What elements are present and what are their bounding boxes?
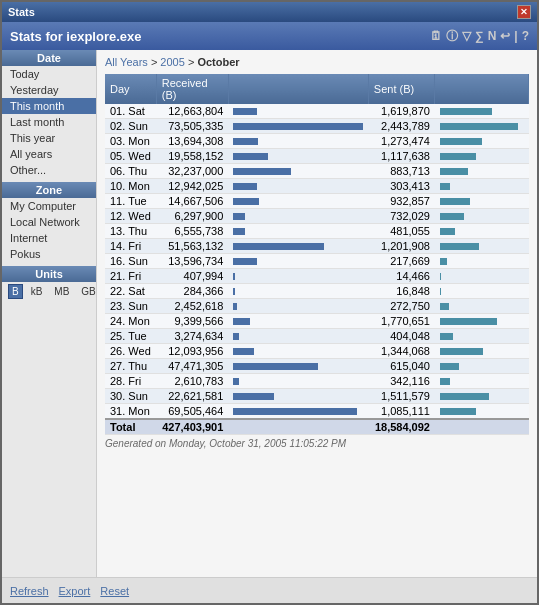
window-title: Stats	[8, 6, 35, 18]
rec-bar-cell	[228, 119, 368, 134]
sent-cell: 342,116	[368, 374, 435, 389]
sent-cell: 2,443,789	[368, 119, 435, 134]
sidebar-item-today[interactable]: Today	[2, 66, 96, 82]
rec-bar-cell	[228, 284, 368, 299]
received-cell: 6,297,900	[156, 209, 228, 224]
sent-bar-cell	[435, 119, 529, 134]
units-section-title: Units	[2, 266, 96, 282]
sum-icon[interactable]: ∑	[475, 29, 484, 43]
n-icon[interactable]: N	[488, 29, 497, 43]
content-area: All Years > 2005 > October Day Received …	[97, 50, 537, 577]
refresh-link[interactable]: Refresh	[10, 585, 49, 597]
table-row: 21. Fri 407,994 14,466	[105, 269, 529, 284]
received-cell: 19,558,152	[156, 149, 228, 164]
table-row: 06. Thu 32,237,000 883,713	[105, 164, 529, 179]
sent-cell: 14,466	[368, 269, 435, 284]
rec-bar-cell	[228, 374, 368, 389]
sent-cell: 615,040	[368, 359, 435, 374]
sidebar-item-mycomputer[interactable]: My Computer	[2, 198, 96, 214]
received-cell: 73,505,335	[156, 119, 228, 134]
received-cell: 32,237,000	[156, 164, 228, 179]
calendar-icon[interactable]: 🗓	[430, 29, 442, 43]
breadcrumb-allyears[interactable]: All Years	[105, 56, 148, 68]
sidebar: Date Today Yesterday This month Last mon…	[2, 50, 97, 577]
table-row: 03. Mon 13,694,308 1,273,474	[105, 134, 529, 149]
unit-mb[interactable]: MB	[50, 284, 73, 299]
day-cell: 30. Sun	[105, 389, 156, 404]
unit-kb[interactable]: kB	[27, 284, 47, 299]
day-cell: 23. Sun	[105, 299, 156, 314]
rec-bar-cell	[228, 149, 368, 164]
app-title: Stats for iexplore.exe	[10, 29, 142, 44]
day-cell: 13. Thu	[105, 224, 156, 239]
table-row: 13. Thu 6,555,738 481,055	[105, 224, 529, 239]
total-row: Total 427,403,901 18,584,092	[105, 419, 529, 435]
table-row: 12. Wed 6,297,900 732,029	[105, 209, 529, 224]
sidebar-item-yesterday[interactable]: Yesterday	[2, 82, 96, 98]
rec-bar-cell	[228, 269, 368, 284]
breadcrumb-year[interactable]: 2005	[160, 56, 184, 68]
day-cell: 12. Wed	[105, 209, 156, 224]
total-sent: 18,584,092	[368, 419, 435, 435]
back-icon[interactable]: ↩	[500, 29, 510, 43]
unit-b[interactable]: B	[8, 284, 23, 299]
rec-bar-cell	[228, 344, 368, 359]
day-cell: 24. Mon	[105, 314, 156, 329]
sent-cell: 1,085,111	[368, 404, 435, 420]
received-cell: 3,274,634	[156, 329, 228, 344]
received-cell: 22,621,581	[156, 389, 228, 404]
bottom-bar: Refresh Export Reset	[2, 577, 537, 603]
sidebar-item-other[interactable]: Other...	[2, 162, 96, 178]
received-cell: 69,505,464	[156, 404, 228, 420]
sent-cell: 1,511,579	[368, 389, 435, 404]
zone-section-title: Zone	[2, 182, 96, 198]
sidebar-item-lastmonth[interactable]: Last month	[2, 114, 96, 130]
col-received: Received (B)	[156, 74, 228, 104]
table-row: 02. Sun 73,505,335 2,443,789	[105, 119, 529, 134]
table-row: 23. Sun 2,452,618 272,750	[105, 299, 529, 314]
col-day: Day	[105, 74, 156, 104]
table-row: 05. Wed 19,558,152 1,117,638	[105, 149, 529, 164]
sidebar-item-allyears[interactable]: All years	[2, 146, 96, 162]
sent-bar-cell	[435, 269, 529, 284]
rec-bar-cell	[228, 404, 368, 420]
sent-bar-cell	[435, 359, 529, 374]
sidebar-item-thisyear[interactable]: This year	[2, 130, 96, 146]
received-cell: 14,667,506	[156, 194, 228, 209]
export-link[interactable]: Export	[59, 585, 91, 597]
received-cell: 9,399,566	[156, 314, 228, 329]
sent-bar-cell	[435, 254, 529, 269]
breadcrumb-month: October	[197, 56, 239, 68]
sent-bar-cell	[435, 389, 529, 404]
sidebar-item-thismonth[interactable]: This month	[2, 98, 96, 114]
help-icon[interactable]: ?	[522, 29, 529, 43]
day-cell: 14. Fri	[105, 239, 156, 254]
sent-cell: 1,770,651	[368, 314, 435, 329]
rec-bar-cell	[228, 299, 368, 314]
day-cell: 10. Mon	[105, 179, 156, 194]
rec-bar-cell	[228, 134, 368, 149]
filter-icon[interactable]: ▽	[462, 29, 471, 43]
received-cell: 12,942,025	[156, 179, 228, 194]
sent-cell: 732,029	[368, 209, 435, 224]
table-row: 26. Wed 12,093,956 1,344,068	[105, 344, 529, 359]
rec-bar-cell	[228, 359, 368, 374]
sent-bar-cell	[435, 344, 529, 359]
table-row: 10. Mon 12,942,025 303,413	[105, 179, 529, 194]
day-cell: 06. Thu	[105, 164, 156, 179]
sent-bar-cell	[435, 134, 529, 149]
close-button[interactable]: ✕	[517, 5, 531, 19]
table-row: 16. Sun 13,596,734 217,669	[105, 254, 529, 269]
table-row: 27. Thu 47,471,305 615,040	[105, 359, 529, 374]
sent-bar-cell	[435, 329, 529, 344]
sidebar-item-pokus[interactable]: Pokus	[2, 246, 96, 262]
total-received: 427,403,901	[156, 419, 228, 435]
sent-cell: 404,048	[368, 329, 435, 344]
sidebar-item-localnetwork[interactable]: Local Network	[2, 214, 96, 230]
reset-link[interactable]: Reset	[100, 585, 129, 597]
sidebar-item-internet[interactable]: Internet	[2, 230, 96, 246]
sent-cell: 932,857	[368, 194, 435, 209]
info-icon[interactable]: ⓘ	[446, 28, 458, 45]
received-cell: 51,563,132	[156, 239, 228, 254]
received-cell: 6,555,738	[156, 224, 228, 239]
